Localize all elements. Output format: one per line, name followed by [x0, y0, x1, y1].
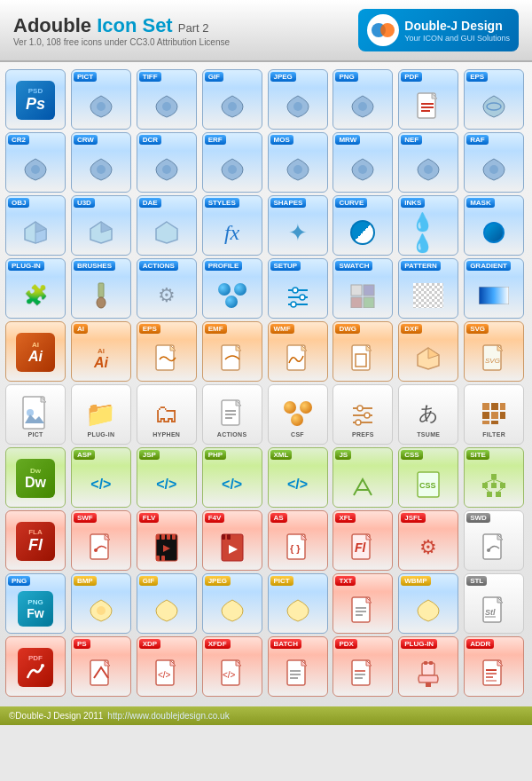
icon-swatch[interactable]: SWATCH [332, 258, 393, 319]
icon-row-1: PSD Ps PICT TIFF GIF JPEG [5, 69, 527, 130]
icon-pict-fw[interactable]: PICT [268, 573, 328, 634]
icon-gradient[interactable]: GRADIENT [464, 258, 524, 319]
icon-pict-plain[interactable]: PICT [5, 384, 66, 445]
svg-rect-80 [491, 483, 497, 488]
icon-xfl[interactable]: XFL Fl [332, 510, 393, 571]
svg-rect-39 [479, 287, 509, 304]
icon-jpeg-fw[interactable]: JPEG [202, 573, 262, 634]
icon-xml[interactable]: XML </> [268, 447, 328, 508]
icon-ai-2[interactable]: AI AI Ai [71, 321, 131, 382]
icon-inks[interactable]: INKS 💧💧 [398, 195, 458, 256]
icon-swf[interactable]: SWF [71, 510, 131, 571]
icon-emf[interactable]: EMF [202, 321, 262, 382]
icon-brushes[interactable]: BRUSHES [71, 258, 131, 319]
icon-plugin-folder[interactable]: 📁 PLUG-IN [71, 384, 131, 445]
icon-crw[interactable]: CRW [71, 132, 131, 193]
svg-rect-69 [491, 403, 498, 410]
icon-plugin[interactable]: PLUG-IN 🧩 [5, 258, 66, 319]
icon-dxf[interactable]: DXF [398, 321, 458, 382]
icon-asp[interactable]: ASP </> [71, 447, 131, 508]
icon-row-2: CR2 CRW DCR ERF MOS [5, 132, 527, 193]
icon-raf[interactable]: RAF [464, 132, 524, 193]
brand-logo: Double-J Design Your ICON and GUI Soluti… [358, 9, 519, 51]
icon-pattern[interactable]: PATTERN [398, 258, 458, 319]
icon-pdf-blue[interactable]: PDF [398, 69, 458, 130]
icon-nef[interactable]: NEF [398, 132, 458, 193]
icon-tiff[interactable]: TIFF [137, 69, 197, 130]
icon-eps-orange[interactable]: EPS [137, 321, 197, 382]
icon-cr2[interactable]: CR2 [5, 132, 66, 193]
svg-marker-26 [156, 222, 177, 243]
icon-txt[interactable]: TXT [332, 573, 393, 634]
icon-mrw[interactable]: MRW [332, 132, 393, 193]
icon-tsume[interactable]: あ TSUME [398, 384, 458, 445]
svg-rect-78 [491, 474, 497, 479]
icon-erf[interactable]: ERF [202, 132, 262, 193]
footer-url[interactable]: http://www.doublejdesign.co.uk [107, 711, 229, 721]
svg-rect-144 [429, 661, 433, 665]
icon-prefs[interactable]: PREFS [332, 384, 393, 445]
icon-ai-1[interactable]: AI Ai [5, 321, 66, 382]
icon-batch[interactable]: BATCH [268, 636, 328, 697]
icon-psd[interactable]: PSD Ps [5, 69, 66, 130]
icon-dae[interactable]: DAE [137, 195, 197, 256]
icon-js[interactable]: JS [332, 447, 393, 508]
icon-fla[interactable]: FLA Fl [5, 510, 66, 571]
icon-swd[interactable]: SWD [464, 510, 524, 571]
icon-pdx[interactable]: PDX [332, 636, 393, 697]
svg-point-5 [293, 102, 302, 111]
icon-ps-acrobat[interactable]: PS [71, 636, 131, 697]
icon-css[interactable]: CSS CSS [398, 447, 458, 508]
icon-as[interactable]: AS { } [268, 510, 328, 571]
icon-jsp[interactable]: JSP </> [137, 447, 197, 508]
svg-point-6 [358, 102, 367, 111]
icon-styles[interactable]: STYLES fx [202, 195, 262, 256]
icon-bmp[interactable]: BMP [71, 573, 131, 634]
icon-filter[interactable]: FILTER [464, 384, 524, 445]
icon-flv[interactable]: FLV [137, 510, 197, 571]
icon-addr[interactable]: ADDR [464, 636, 524, 697]
icon-wmf[interactable]: WMF [268, 321, 328, 382]
icon-wbmp[interactable]: WBMP [398, 573, 458, 634]
icon-shapes[interactable]: SHAPES ✦ [268, 195, 328, 256]
icon-f4v[interactable]: F4V [202, 510, 262, 571]
icon-svg[interactable]: SVG SVG [464, 321, 524, 382]
icon-plugin-red[interactable]: PLUG-IN [398, 636, 458, 697]
icon-actions[interactable]: ACTIONS ⚙ [137, 258, 197, 319]
svg-rect-143 [424, 661, 427, 665]
icon-gif-fw[interactable]: GIF [137, 573, 197, 634]
icon-png[interactable]: PNG [332, 69, 393, 130]
icon-row-6: PICT 📁 PLUG-IN 🗂 HYPHEN [5, 384, 527, 445]
svg-text:CSS: CSS [419, 481, 436, 490]
icon-xfdf[interactable]: XFDF </> [202, 636, 262, 697]
icon-gif[interactable]: GIF [202, 69, 262, 130]
icon-jpeg[interactable]: JPEG [268, 69, 328, 130]
brand-text-container: Double-J Design Your ICON and GUI Soluti… [404, 18, 510, 43]
icon-profile[interactable]: PROFILE [202, 258, 262, 319]
icon-hyphen[interactable]: 🗂 HYPHEN [137, 384, 197, 445]
icon-mos[interactable]: MOS [268, 132, 328, 193]
icon-mask[interactable]: MASK [464, 195, 524, 256]
icon-dwg[interactable]: DWG [332, 321, 393, 382]
icon-php[interactable]: PHP </> [202, 447, 262, 508]
icon-stl[interactable]: STL Stl [464, 573, 524, 634]
icon-pdf-red[interactable]: PDF [5, 636, 66, 697]
svg-text:Fl: Fl [355, 540, 367, 555]
icon-curve[interactable]: CURVE [332, 195, 393, 256]
icon-obj[interactable]: OBJ [5, 195, 66, 256]
icon-eps-blue[interactable]: EPS [464, 69, 524, 130]
svg-text:SVG: SVG [485, 357, 500, 365]
icon-jsfl[interactable]: JSFL ⚙ [398, 510, 458, 571]
icon-dcr[interactable]: DCR [137, 132, 197, 193]
icon-pict[interactable]: PICT [71, 69, 131, 130]
icon-actions-plain[interactable]: ACTIONS [202, 384, 262, 445]
svg-rect-93 [156, 534, 160, 540]
icon-png-fw[interactable]: PNG PNG Fw [5, 573, 66, 634]
icon-xdp[interactable]: XDP </> [137, 636, 197, 697]
icon-u3d[interactable]: U3D [71, 195, 131, 256]
icon-csf[interactable]: CSF [268, 384, 328, 445]
icon-setup[interactable]: SETUP [268, 258, 328, 319]
svg-rect-101 [222, 534, 225, 540]
icon-site[interactable]: SITE [464, 447, 524, 508]
icon-dw[interactable]: Dw Dw [5, 447, 66, 508]
